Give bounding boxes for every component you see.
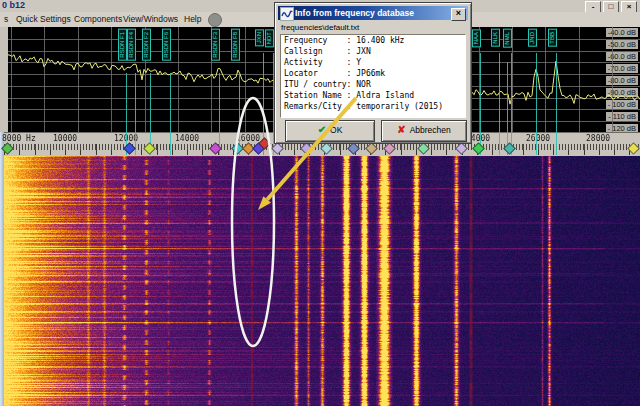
marker-line-rsdnf4 — [135, 73, 136, 155]
db-label: -90.0 dB — [606, 88, 638, 97]
menu-item-components[interactable]: Components — [72, 13, 124, 25]
dialog-icon — [280, 7, 294, 21]
station-marker-nml[interactable]: NML — [503, 29, 512, 48]
db-label: -40.0 dB — [606, 28, 638, 37]
db-label: -70.0 dB — [606, 64, 638, 73]
dialog-titlebar[interactable]: Info from frequency database × — [278, 6, 468, 20]
db-label: -50.0 dB — [606, 40, 638, 49]
marker-line-rsdnf6 — [170, 73, 171, 155]
marker-line-extra — [507, 62, 508, 155]
menu-item-quick-settings[interactable]: Quick Settings — [14, 13, 73, 25]
marker-line-rsdnf1 — [126, 73, 127, 155]
info-row: Remarks/City : temporarily (2015) — [281, 101, 465, 112]
dialog-title: Info from frequency database — [295, 8, 414, 18]
station-marker-nlk[interactable]: NLK — [491, 29, 500, 47]
menu-item-help[interactable]: Help — [182, 13, 203, 25]
menu-item-view-windows[interactable]: View/Windows — [121, 13, 180, 25]
station-marker-rsdnf2[interactable]: RSDN F2 — [142, 29, 151, 61]
station-marker-jxn[interactable]: JXN — [255, 29, 264, 46]
info-row: Frequency : 16.400 kHz — [281, 35, 465, 46]
info-row: Callsign : JXN — [281, 46, 465, 57]
scale-label-14000: 14000 — [175, 134, 199, 143]
status-indicator-icon — [208, 13, 222, 27]
checkmark-icon: ✔ — [318, 124, 326, 135]
dialog-database-file: frequencies\default.txt — [281, 23, 359, 32]
cancel-button[interactable]: ✘Abbrechen — [381, 120, 467, 142]
station-marker-tbb[interactable]: TBB — [548, 29, 557, 47]
marker-line-rsdnf3 — [219, 73, 220, 155]
dialog-close-icon[interactable]: × — [451, 8, 466, 21]
marker-line-nlk — [499, 53, 500, 155]
station-marker-rsdnf4[interactable]: RSDN F4 — [127, 29, 136, 61]
window-title: 0 b12 — [2, 0, 25, 10]
marker-line-naa — [480, 53, 481, 155]
spectrum-lab-window: 0 b12 -□× sQuick SettingsComponentsView/… — [0, 0, 640, 406]
db-label: - 100 dB — [606, 100, 638, 109]
menu-item-s[interactable]: s — [2, 13, 10, 25]
ok-button[interactable]: ✔OK — [285, 120, 375, 142]
station-marker-rsdnf6[interactable]: RSDN F6 — [162, 29, 171, 61]
station-marker-rsdnf1[interactable]: RSDN F1 — [118, 29, 127, 61]
marker-line-tbb — [556, 53, 557, 155]
station-marker-naa[interactable]: NAA — [472, 29, 481, 47]
marker-line-rsdnf8 — [239, 73, 240, 155]
waterfall-canvas — [4, 155, 640, 406]
marker-line-nml — [511, 53, 512, 155]
db-label: -80.0 dB — [606, 76, 638, 85]
info-row: ITU / country: NOR — [281, 79, 465, 90]
station-marker-rsdnf3[interactable]: RSDN F3 — [211, 29, 220, 61]
info-row: Station Name : Aldra Island — [281, 90, 465, 101]
cross-icon: ✘ — [397, 124, 405, 135]
info-row: Activity : Y — [281, 57, 465, 68]
station-marker-jnd[interactable]: JND — [528, 29, 537, 47]
scale-label-10000: 10000 — [53, 134, 77, 143]
scale-label-28000: 28000 — [586, 134, 610, 143]
db-label: -60.0 dB — [606, 52, 638, 61]
db-label: - 110 dB — [606, 112, 638, 121]
info-row: Locator : JP66mk — [281, 68, 465, 79]
station-marker-rsdnf8[interactable]: RSDN F8 — [231, 29, 240, 61]
scale-label-26000: 26000 — [526, 134, 550, 143]
station-marker-ndt[interactable]: NDT — [265, 29, 274, 47]
marker-line-jnd — [536, 53, 537, 155]
info-dialog[interactable]: Info from frequency database × frequenci… — [274, 2, 472, 144]
station-info-box: Frequency : 16.400 kHzCallsign : JXNActi… — [280, 34, 466, 118]
waterfall-display[interactable] — [4, 155, 640, 406]
